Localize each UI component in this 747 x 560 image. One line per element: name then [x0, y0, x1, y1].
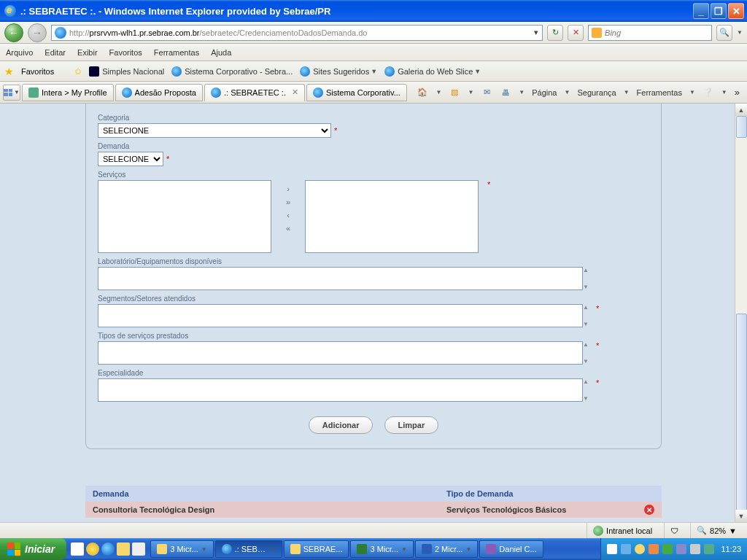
cmd-ferramentas[interactable]: Ferramentas	[637, 88, 682, 97]
search-box[interactable]	[588, 25, 712, 41]
zoom-control[interactable]: 🔍 82% ▼	[690, 523, 743, 538]
menu-bar: Arquivo Editar Exibir Favoritos Ferramen…	[0, 44, 747, 61]
scroll-thumb[interactable]	[736, 116, 747, 138]
required-mark: *	[166, 155, 169, 163]
task-icon	[357, 544, 367, 554]
tipos-textarea[interactable]	[98, 341, 583, 365]
favorites-bar: ★ Favoritos ✩ Simples Nacional Sistema C…	[0, 61, 747, 82]
tray-icon[interactable]	[676, 544, 686, 554]
laboratorio-textarea[interactable]	[98, 267, 583, 290]
task-4[interactable]: 3 Micr...▼	[350, 540, 413, 558]
menu-arquivo[interactable]: Arquivo	[6, 48, 33, 57]
search-dropdown[interactable]: ▼	[737, 29, 743, 36]
segmentos-textarea[interactable]	[98, 304, 583, 327]
close-button[interactable]: ✕	[728, 3, 744, 19]
especialidade-textarea[interactable]	[98, 378, 583, 402]
button-row: Adicionar Limpar	[98, 416, 649, 434]
vertical-scrollbar[interactable]: ▲ ▼	[735, 104, 747, 522]
favorites-label[interactable]: Favoritos	[21, 67, 54, 76]
limpar-button[interactable]: Limpar	[384, 416, 439, 434]
fav-webslice[interactable]: Galeria do Web Slice▼	[384, 66, 481, 77]
stop-button[interactable]: ✕	[568, 25, 584, 41]
address-dropdown[interactable]: ▾	[530, 28, 542, 37]
more-icon[interactable]: »	[735, 87, 740, 98]
menu-ajuda[interactable]: Ajuda	[211, 48, 231, 57]
task-2[interactable]: .: SEBR...▼	[215, 540, 282, 558]
clock[interactable]: 11:23	[721, 545, 741, 553]
forward-button[interactable]: →	[28, 23, 47, 42]
remove-all-button[interactable]: «	[286, 224, 290, 233]
tray-icon[interactable]	[662, 544, 673, 554]
address-bar[interactable]: http://prsrvvm-wlh1.pr.sebrae.com.br/seb…	[51, 25, 543, 41]
scroll-thumb[interactable]	[736, 314, 747, 518]
categoria-select[interactable]: SELECIONE	[98, 123, 331, 138]
tab-4[interactable]: Sistema Corporativ...	[306, 84, 407, 101]
bing-icon	[592, 28, 602, 38]
back-button[interactable]: ←	[4, 23, 23, 42]
tray-icon[interactable]	[621, 544, 631, 554]
tipos-label: Tipos de serviços prestados	[98, 332, 649, 340]
protected-mode[interactable]: 🛡	[664, 523, 684, 538]
menu-ferramentas[interactable]: Ferramentas	[154, 48, 199, 57]
table-row[interactable]: Consultoria Tecnológica Design Serviços …	[85, 502, 662, 518]
remove-one-button[interactable]: ‹	[287, 211, 290, 219]
servicos-available-list[interactable]	[98, 180, 271, 253]
security-zone[interactable]: Intranet local	[587, 523, 658, 538]
ql-desktop-icon[interactable]	[71, 542, 84, 556]
delete-row-icon[interactable]: ✕	[644, 505, 654, 515]
quick-launch	[66, 542, 150, 556]
tray-icon[interactable]	[635, 544, 645, 554]
required-mark: *	[596, 378, 599, 402]
address-input[interactable]	[367, 26, 530, 39]
ql-ie-icon[interactable]	[101, 542, 115, 556]
tab-3-active[interactable]: .: SEBRAETEC :.✕	[204, 84, 305, 101]
required-mark: *	[596, 304, 599, 327]
feeds-icon[interactable]: ▧	[449, 87, 460, 98]
cmd-seguranca[interactable]: Segurança	[577, 88, 616, 97]
tab-2[interactable]: Adesão Proposta	[115, 84, 203, 101]
add-all-button[interactable]: »	[286, 198, 290, 206]
search-go-button[interactable]: 🔍	[716, 25, 732, 41]
quick-tabs-button[interactable]: ▼	[3, 85, 20, 101]
tab-favicon	[28, 88, 39, 98]
ql-chrome-icon[interactable]	[86, 542, 99, 556]
demanda-select[interactable]: SELECIONE	[98, 152, 163, 166]
scroll-up-button[interactable]: ▲	[735, 104, 747, 116]
tray-icon[interactable]	[704, 544, 714, 554]
minimize-button[interactable]: _	[693, 3, 709, 19]
home-icon[interactable]: 🏠	[417, 87, 428, 98]
fav-sistema[interactable]: Sistema Corporativo - Sebra...	[171, 66, 293, 77]
mail-icon[interactable]: ✉	[481, 87, 492, 98]
tray-icon[interactable]	[607, 544, 617, 554]
menu-editar[interactable]: Editar	[44, 48, 66, 57]
help-icon[interactable]: ❔	[703, 87, 714, 98]
start-button[interactable]: Iniciar	[0, 538, 66, 560]
add-favorite-icon[interactable]: ✩	[74, 66, 82, 77]
cmd-pagina[interactable]: Página	[532, 88, 557, 97]
scroll-down-button[interactable]: ▼	[735, 510, 747, 522]
ql-app-icon[interactable]	[132, 542, 145, 556]
task-3[interactable]: SEBRAE...	[284, 540, 349, 558]
tab-1[interactable]: Intera > My Profile	[22, 84, 114, 101]
fav-sugeridos[interactable]: Sites Sugeridos▼	[300, 66, 377, 77]
add-one-button[interactable]: ›	[287, 184, 290, 193]
menu-favoritos[interactable]: Favoritos	[109, 48, 142, 57]
task-5[interactable]: 2 Micr...▼	[415, 540, 478, 558]
task-6[interactable]: Daniel C...	[479, 540, 543, 558]
tray-icon[interactable]	[649, 544, 659, 554]
window-titlebar: .: SEBRAETEC :. - Windows Internet Explo…	[0, 0, 747, 22]
print-icon[interactable]: 🖶	[500, 87, 511, 98]
favorites-star-icon[interactable]: ★	[4, 66, 14, 77]
fav-simples[interactable]: Simples Nacional	[89, 66, 164, 77]
task-1[interactable]: 3 Micr...▼	[150, 540, 213, 558]
tray-icon[interactable]	[690, 544, 700, 554]
menu-exibir[interactable]: Exibir	[77, 48, 98, 57]
maximize-button[interactable]: ❐	[711, 3, 727, 19]
search-input[interactable]	[605, 28, 708, 37]
ql-explorer-icon[interactable]	[117, 542, 130, 556]
tab-close-icon[interactable]: ✕	[292, 88, 298, 97]
servicos-selected-list[interactable]	[305, 180, 479, 253]
adicionar-button[interactable]: Adicionar	[309, 416, 374, 434]
refresh-button[interactable]: ↻	[547, 25, 563, 41]
command-bar: 🏠▼ ▧▼ ✉ 🖶▼ Página▼ Segurança▼ Ferramenta…	[417, 87, 744, 98]
